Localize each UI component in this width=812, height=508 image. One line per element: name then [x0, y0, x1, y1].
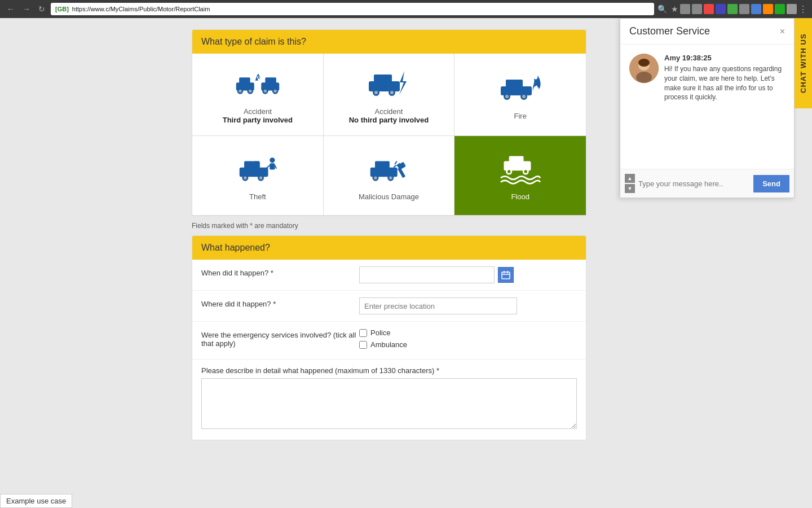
svg-rect-46 [398, 167, 406, 178]
main-content: What type of claim is this? [192, 29, 586, 497]
svg-rect-23 [506, 80, 523, 87]
two-cars-crash-icon [235, 65, 280, 102]
svg-point-27 [522, 95, 526, 98]
police-checkbox-row: Police [359, 329, 577, 337]
car-fire-icon [498, 69, 543, 106]
browser-toolbar-icons: 🔍 ★ ⋮ [657, 4, 807, 15]
ambulance-checkbox[interactable] [359, 341, 367, 349]
where-controls [359, 297, 577, 314]
claim-type-header: What type of claim is this? [192, 30, 586, 54]
svg-line-38 [266, 165, 270, 169]
chat-agent-name: Amy 19:38:25 [664, 54, 785, 62]
svg-point-31 [244, 176, 247, 179]
calendar-icon[interactable] [498, 267, 514, 283]
location-input[interactable] [359, 297, 517, 314]
svg-point-63 [636, 72, 652, 83]
svg-rect-52 [509, 156, 523, 162]
claim-type-accident-third-party[interactable]: Accident Third party involved [192, 54, 324, 135]
claim-type-row-2: Theft [192, 136, 586, 216]
extension-icon-4 [716, 4, 726, 14]
chat-text-input[interactable] [638, 179, 750, 188]
ambulance-label: Ambulance [370, 340, 407, 349]
extension-icon-7 [751, 4, 761, 14]
claim-type-theft[interactable]: Theft [192, 136, 324, 215]
svg-point-25 [505, 95, 509, 98]
page-wrapper: What type of claim is this? [0, 18, 812, 508]
claim-type-malicious-damage[interactable]: Malicious Damage [324, 136, 455, 215]
describe-label: Please describe in detail what happened … [192, 360, 586, 378]
scroll-down-button[interactable]: ▼ [625, 184, 635, 193]
accident-no-third-party-label: Accident [375, 107, 403, 116]
svg-rect-41 [375, 161, 390, 168]
svg-point-56 [524, 170, 527, 173]
chat-messages: Amy 19:38:25 Hi! If you have any questio… [620, 45, 794, 169]
where-row: Where did it happen? * [192, 291, 586, 322]
flood-label: Flood [511, 192, 529, 201]
chat-sidebar: Customer Service × [620, 18, 812, 198]
svg-rect-7 [265, 77, 276, 84]
bookmark-icon[interactable]: ★ [671, 5, 678, 14]
region-label: [GB] [55, 6, 69, 12]
svg-point-54 [508, 170, 511, 173]
chat-panel: Customer Service × [620, 18, 795, 198]
chat-input-area: ▲ ▼ Send [620, 169, 794, 198]
svg-point-11 [273, 89, 276, 92]
address-url: https://www.c/MyClaims/Public/Motor/Repo… [72, 6, 210, 12]
when-input[interactable] [359, 266, 495, 283]
describe-textarea[interactable] [201, 378, 577, 429]
claim-type-row-1: Accident Third party involved [192, 54, 586, 136]
svg-line-39 [275, 165, 276, 169]
claim-type-fire[interactable]: Fire [454, 54, 586, 135]
extension-icon-2 [692, 4, 702, 14]
chat-send-button[interactable]: Send [753, 175, 789, 192]
chat-panel-header: Customer Service × [620, 19, 794, 45]
back-button[interactable]: ← [5, 3, 17, 15]
address-bar[interactable]: [GB] https://www.c/MyClaims/Public/Motor… [51, 3, 654, 15]
extension-icon-6 [739, 4, 749, 14]
refresh-button[interactable]: ↻ [36, 3, 47, 15]
svg-rect-37 [270, 163, 275, 169]
car-lightning-icon [366, 65, 411, 102]
svg-marker-12 [257, 76, 260, 79]
chat-with-us-tab[interactable]: CHAT WITH US [795, 18, 812, 108]
svg-marker-21 [399, 71, 407, 95]
emergency-controls: Police Ambulance [359, 329, 577, 352]
extension-icon-3 [704, 4, 714, 14]
describe-section: Please describe in detail what happened … [192, 360, 586, 440]
chat-message-amy: Amy 19:38:25 Hi! If you have any questio… [629, 54, 785, 102]
svg-point-43 [374, 176, 378, 179]
svg-point-5 [249, 89, 251, 92]
forward-button[interactable]: → [20, 3, 33, 15]
mandatory-note: Fields marked with * are mandatory [192, 216, 586, 235]
claim-type-accident-no-third-party[interactable]: Accident No third party involved [324, 54, 455, 135]
search-icon[interactable]: 🔍 [657, 5, 667, 14]
police-label: Police [370, 329, 390, 337]
car-flood-icon [498, 150, 543, 187]
agent-avatar [629, 54, 659, 83]
scroll-up-button[interactable]: ▲ [625, 174, 635, 183]
what-happened-section: What happened? When did it happen? * [192, 235, 586, 440]
extension-icon-8 [763, 4, 773, 14]
where-label: Where did it happen? * [201, 297, 359, 308]
svg-point-20 [390, 91, 394, 94]
chat-close-button[interactable]: × [780, 27, 785, 37]
svg-point-36 [270, 157, 275, 163]
svg-line-48 [395, 161, 398, 164]
extension-icon-10 [787, 4, 797, 14]
claim-type-flood[interactable]: Flood [454, 136, 586, 215]
svg-point-65 [638, 59, 650, 67]
chat-panel-title: Customer Service [629, 25, 710, 37]
what-happened-header: What happened? [192, 236, 586, 260]
accident-third-party-label: Accident [244, 107, 272, 116]
accident-third-party-sub: Third party involved [223, 116, 293, 124]
menu-button[interactable]: ⋮ [798, 4, 807, 15]
malicious-damage-label: Malicious Damage [359, 192, 419, 201]
example-use-case-label: Example use case [0, 494, 72, 508]
svg-line-50 [394, 165, 396, 168]
when-label: When did it happen? * [201, 266, 359, 277]
car-hammer-icon [366, 150, 411, 187]
police-checkbox[interactable] [359, 329, 367, 337]
theft-label: Theft [249, 192, 266, 201]
chat-message-text: Hi! If you have any questions regarding … [664, 64, 785, 102]
svg-rect-15 [369, 81, 400, 91]
